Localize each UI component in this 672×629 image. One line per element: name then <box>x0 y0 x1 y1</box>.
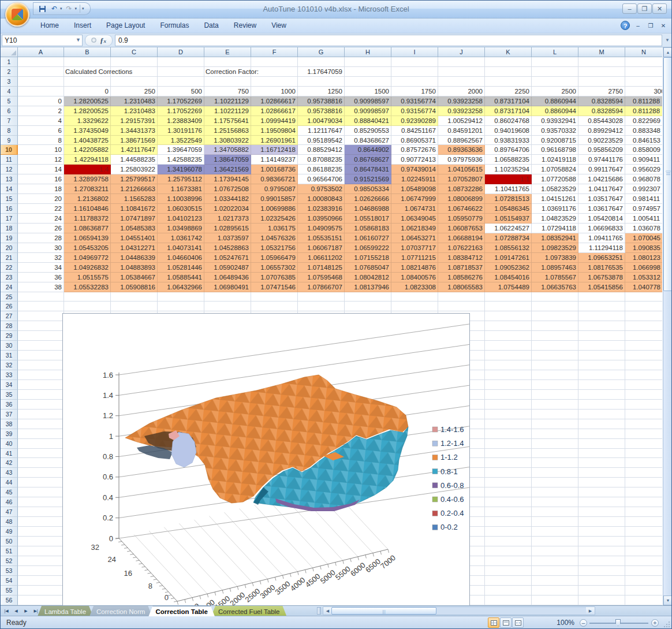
cell-L41[interactable] <box>532 449 578 459</box>
cell-J1[interactable] <box>438 57 485 67</box>
cell-A44[interactable] <box>18 478 64 487</box>
cell-J25[interactable] <box>438 292 485 302</box>
cell-G12[interactable]: 0.86188235 <box>298 165 345 174</box>
cell-L33[interactable] <box>532 370 578 380</box>
cell-N17[interactable]: 1.005411 <box>625 214 662 224</box>
cell-L32[interactable] <box>532 360 578 370</box>
cell-H8[interactable]: 0.85290553 <box>345 126 391 136</box>
cell-N29[interactable] <box>625 331 662 341</box>
cell-M37[interactable] <box>578 410 625 419</box>
cell-F12[interactable]: 1.00168736 <box>251 165 298 174</box>
cell-E4[interactable]: 750 <box>204 87 251 96</box>
row-header-23[interactable]: 23 <box>1 273 18 282</box>
cell-I3[interactable] <box>391 77 438 87</box>
cell-A30[interactable] <box>18 341 64 351</box>
sheet-tab-correction-norm[interactable]: Correction Norm <box>89 606 152 616</box>
cell-M26[interactable] <box>578 302 625 311</box>
cell-N52[interactable] <box>625 556 662 566</box>
cell-B25[interactable] <box>64 292 111 302</box>
cell-M38[interactable] <box>578 419 625 429</box>
scroll-right-icon[interactable]: ▶ <box>586 607 595 615</box>
cell-N34[interactable] <box>625 380 662 390</box>
cell-L24[interactable]: 1.06635763 <box>532 282 578 292</box>
cell-A7[interactable]: 4 <box>18 116 64 126</box>
cell-C8[interactable]: 1.34431373 <box>111 126 158 136</box>
column-header-F[interactable]: F <box>251 47 298 57</box>
row-header-2[interactable]: 2 <box>1 67 18 77</box>
row-header-24[interactable]: 24 <box>1 282 18 292</box>
cell-G22[interactable]: 1.07148125 <box>298 263 345 273</box>
cell-L43[interactable] <box>532 468 578 478</box>
cell-D2[interactable] <box>158 67 204 77</box>
cell-A10[interactable]: 10 <box>18 145 64 155</box>
cell-C4[interactable]: 250 <box>111 87 158 96</box>
cell-D16[interactable]: 1.06030515 <box>158 204 204 214</box>
cell-N53[interactable] <box>625 566 662 576</box>
cell-A22[interactable]: 34 <box>18 263 64 273</box>
cell-N56[interactable] <box>625 595 662 605</box>
cell-L13[interactable]: 1.07720588 <box>532 174 578 184</box>
cell-C13[interactable]: 1.25799517 <box>111 174 158 184</box>
cell-L3[interactable] <box>532 77 578 87</box>
insert-function-icon[interactable]: ƒx <box>100 36 106 45</box>
cell-L19[interactable]: 1.08352941 <box>532 233 578 243</box>
cell-I7[interactable]: 0.92390289 <box>391 116 438 126</box>
cell-N6[interactable]: 0.811288 <box>625 106 662 116</box>
cell-K5[interactable]: 0.87317104 <box>485 96 532 106</box>
cell-L52[interactable] <box>532 556 578 566</box>
cell-E16[interactable]: 1.02022034 <box>204 204 251 214</box>
cell-E10[interactable]: 1.34705882 <box>204 145 251 155</box>
cell-B24[interactable]: 1.05532283 <box>64 282 111 292</box>
cell-K53[interactable] <box>485 566 532 576</box>
cell-C19[interactable]: 1.04551401 <box>111 233 158 243</box>
cell-N1[interactable] <box>625 57 662 67</box>
cell-K4[interactable]: 2250 <box>485 87 532 96</box>
cell-D9[interactable]: 1.3522549 <box>158 136 204 146</box>
cell-M36[interactable] <box>578 400 625 410</box>
cell-E14[interactable]: 1.07672508 <box>204 184 251 194</box>
cell-B18[interactable]: 1.08636877 <box>64 224 111 233</box>
cell-M3[interactable] <box>578 77 625 87</box>
cell-K52[interactable] <box>485 556 532 566</box>
row-header-20[interactable]: 20 <box>1 243 18 253</box>
cell-K49[interactable] <box>485 527 532 537</box>
cell-L11[interactable]: 1.02419118 <box>532 155 578 165</box>
row-header-26[interactable]: 26 <box>1 302 18 311</box>
cell-J15[interactable]: 1.08006899 <box>438 194 485 204</box>
ribbon-tab-formulas[interactable]: Formulas <box>152 18 196 34</box>
cell-A38[interactable] <box>18 419 64 429</box>
cell-F11[interactable]: 1.14149237 <box>251 155 298 165</box>
cell-J16[interactable]: 1.06746622 <box>438 204 485 214</box>
cell-J2[interactable] <box>438 67 485 77</box>
cell-F3[interactable] <box>251 77 298 87</box>
cell-F4[interactable]: 1000 <box>251 87 298 96</box>
row-header-41[interactable]: 41 <box>1 449 18 459</box>
cell-A11[interactable]: 12 <box>18 155 64 165</box>
cell-G15[interactable]: 1.00080843 <box>298 194 345 204</box>
cell-M53[interactable] <box>578 566 625 576</box>
cell-D1[interactable] <box>158 57 204 67</box>
cell-K1[interactable] <box>485 57 532 67</box>
cell-J18[interactable]: 1.06087653 <box>438 224 485 233</box>
cell-D8[interactable]: 1.30191176 <box>158 126 204 136</box>
cell-M34[interactable] <box>578 380 625 390</box>
cell-H4[interactable]: 1500 <box>345 87 391 96</box>
name-box-dropdown-icon[interactable]: ▼ <box>76 37 81 43</box>
tab-split-handle[interactable] <box>317 607 321 615</box>
cell-K56[interactable] <box>485 595 532 605</box>
cell-A39[interactable] <box>18 429 64 439</box>
prev-sheet-button[interactable]: ◀ <box>12 606 21 615</box>
cell-A9[interactable]: 8 <box>18 136 64 146</box>
cell-A37[interactable] <box>18 410 64 419</box>
cell-K17[interactable]: 1.05154937 <box>485 214 532 224</box>
cell-E11[interactable]: 1.38647059 <box>204 155 251 165</box>
cell-L34[interactable] <box>532 380 578 390</box>
cell-L36[interactable] <box>532 400 578 410</box>
cell-N48[interactable] <box>625 517 662 527</box>
cell-I22[interactable]: 1.08214876 <box>391 263 438 273</box>
cell-E22[interactable]: 1.05902487 <box>204 263 251 273</box>
cell-K10[interactable]: 0.89764706 <box>485 145 532 155</box>
cell-D7[interactable]: 1.23883409 <box>158 116 204 126</box>
cell-L42[interactable] <box>532 458 578 468</box>
cell-L22[interactable]: 1.08957463 <box>532 263 578 273</box>
